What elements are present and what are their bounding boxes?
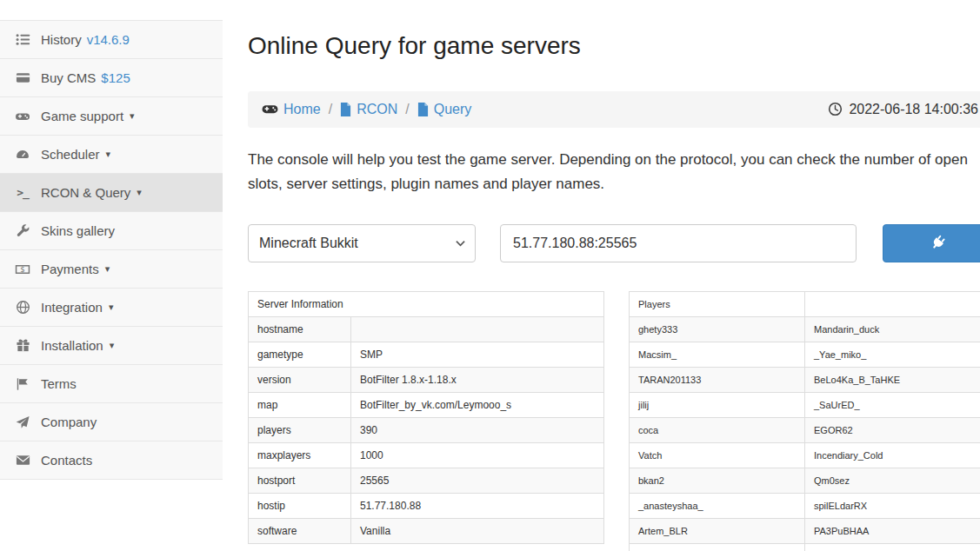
player-name-cell: EGOR62: [805, 417, 980, 442]
player-name-cell: Mandarin_duck: [805, 316, 980, 342]
sidebar-item-history[interactable]: History v14.6.9: [0, 21, 223, 59]
dashboard-icon: [12, 147, 33, 163]
page-title: Online Query for game servers: [248, 33, 980, 60]
table-row: bkan2 Qm0sez: [630, 468, 980, 493]
credit-card-icon: [12, 70, 33, 85]
player-name-cell: Artem_BLR: [630, 518, 805, 543]
breadcrumb-rcon-label: RCON: [357, 102, 397, 117]
sidebar-item-game-support[interactable]: Game support ▾: [0, 97, 223, 136]
chevron-down-icon: ▾: [130, 110, 135, 122]
sidebar-item-installation[interactable]: Installation ▾: [0, 327, 223, 365]
breadcrumb-query-label: Query: [434, 102, 472, 117]
players-title: Players: [630, 291, 805, 316]
page-description: The console will help you test the game …: [248, 148, 970, 196]
player-name-cell: bkan2: [630, 468, 805, 493]
table-row: Players: [630, 291, 980, 316]
info-value-cell: 390: [351, 417, 604, 442]
player-name-cell: spilELdarRX: [805, 493, 980, 518]
sidebar-item-scheduler[interactable]: Scheduler ▾: [0, 136, 223, 174]
breadcrumb-separator: /: [329, 102, 332, 117]
info-value-cell: 51.77.180.88: [351, 493, 604, 518]
svg-text:$: $: [20, 264, 24, 273]
info-key-cell: software: [249, 518, 351, 543]
player-name-cell: karonick: [805, 543, 980, 551]
info-key-cell: gametype: [249, 342, 351, 367]
gamepad-icon: [12, 109, 33, 124]
wrench-icon: [12, 223, 33, 238]
sidebar-item-skins-gallery[interactable]: Skins gallery: [0, 212, 223, 250]
chevron-down-icon: ▾: [109, 302, 114, 313]
plug-icon: [926, 231, 950, 255]
game-select-wrap: Minecraft Bukkit: [248, 224, 476, 262]
server-time: 2022-06-18 14:00:36: [828, 102, 978, 117]
player-name-cell: _anasteyshaa_: [630, 493, 805, 518]
sidebar-item-label: Scheduler: [41, 147, 100, 162]
breadcrumb-query-link[interactable]: Query: [417, 102, 472, 117]
sidebar-item-label: Game support: [41, 109, 123, 123]
table-row: ghety333 Mandarin_duck: [630, 316, 980, 342]
table-row: Macsim_ _Yae_miko_: [630, 342, 980, 367]
money-icon: $: [12, 262, 33, 277]
player-name-cell: _Yae_miko_: [805, 342, 980, 367]
player-name-cell: ghety333: [630, 316, 805, 342]
breadcrumb-rcon-link[interactable]: RCON: [340, 102, 397, 117]
player-name-cell: TARAN201133: [630, 367, 805, 392]
home-gamepad-icon: [262, 101, 278, 117]
globe-icon: [12, 300, 33, 315]
sidebar-item-buy-cms[interactable]: Buy CMS $125: [0, 59, 223, 97]
file-icon: [340, 103, 351, 116]
sidebar-item-payments[interactable]: $ Payments ▾: [0, 250, 223, 289]
info-value-cell: 25565: [351, 468, 604, 493]
chevron-down-icon: ▾: [105, 263, 110, 275]
connect-button[interactable]: [883, 224, 980, 262]
file-icon: [417, 103, 429, 116]
info-value-cell: BotFilter 1.8.x-1.18.x: [351, 367, 604, 392]
info-key-cell: hostport: [249, 468, 351, 493]
table-row: map BotFilter_by_vk.com/Leymooo_s: [249, 392, 604, 417]
table-row: hostip 51.77.180.88: [249, 493, 604, 518]
info-key-cell: version: [249, 367, 351, 392]
sidebar-item-terms[interactable]: Terms: [0, 365, 223, 403]
player-name-cell: Vatch: [630, 442, 805, 468]
info-value-cell: [351, 316, 604, 342]
player-name-cell: _SaUrED_: [805, 392, 980, 417]
info-value-cell: SMP: [351, 342, 604, 367]
sidebar-item-integration[interactable]: Integration ▾: [0, 289, 223, 327]
chevron-down-icon: ▾: [137, 187, 142, 198]
server-time-value: 2022-06-18 14:00:36: [849, 102, 978, 117]
sidebar-item-company[interactable]: Company: [0, 403, 223, 441]
table-row: Server Information: [249, 291, 604, 316]
table-row: Artem_BLR PA3PuBHAA: [630, 518, 980, 543]
player-name-cell: Incendiary_Cold: [805, 442, 980, 468]
breadcrumb-separator: /: [405, 102, 409, 117]
table-row: players 390: [249, 417, 604, 442]
clock-icon: [828, 102, 843, 116]
sidebar: History v14.6.9 Buy CMS $125 Game suppor…: [0, 20, 223, 480]
server-info-title: Server Information: [249, 291, 604, 316]
sidebar-item-contacts[interactable]: Contacts: [0, 441, 223, 480]
envelope-icon: [12, 453, 33, 468]
server-address-input[interactable]: [500, 224, 857, 262]
player-name-cell: PA3PuBHAA: [805, 518, 980, 543]
table-row: TARAN201133 BeLo4Ka_B_TaHKE: [630, 367, 980, 392]
players-table: Players ghety333 Mandarin_duck Macsim_ _…: [629, 291, 980, 551]
info-key-cell: hostname: [249, 316, 351, 342]
breadcrumb-home-link[interactable]: Home: [262, 101, 321, 117]
player-name-cell: BeLo4Ka_B_TaHKE: [805, 367, 980, 392]
sidebar-item-label: Buy CMS: [41, 70, 96, 85]
sidebar-item-label: Terms: [41, 376, 77, 391]
terminal-icon: >_: [12, 186, 33, 199]
version-badge: v14.6.9: [87, 32, 130, 47]
table-row: version BotFilter 1.8.x-1.18.x: [249, 367, 604, 392]
player-name-cell: KOPEHb_EJLN: [630, 543, 805, 551]
flag-icon: [12, 377, 33, 391]
player-name-cell: coca: [630, 417, 805, 442]
info-value-cell: 1000: [351, 442, 604, 468]
table-row: coca EGOR62: [630, 417, 980, 442]
info-key-cell: maxplayers: [249, 442, 351, 468]
sidebar-item-label: Contacts: [41, 453, 92, 468]
sidebar-item-label: Installation: [41, 338, 103, 353]
game-select[interactable]: Minecraft Bukkit: [248, 224, 476, 262]
sidebar-item-rcon-query[interactable]: >_ RCON & Query ▾: [0, 174, 223, 212]
info-key-cell: map: [249, 392, 351, 417]
